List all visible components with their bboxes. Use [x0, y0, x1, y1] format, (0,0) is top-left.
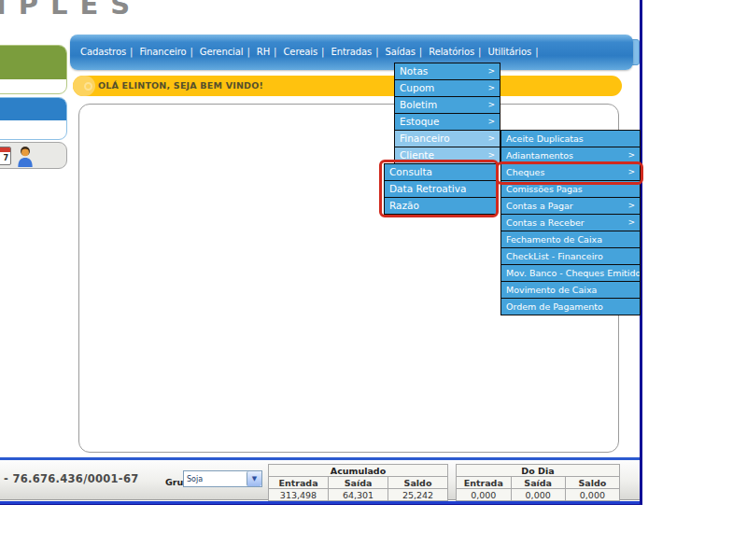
submenu-arrow-icon: >	[487, 114, 495, 130]
dropdown-item-label: Consulta	[389, 164, 432, 180]
submenu-item-checklist-financeiro[interactable]: CheckList - Financeiro	[500, 247, 641, 265]
acumulado-header-saida: Saída	[329, 477, 388, 489]
dropdown-item-estoque[interactable]: Estoque>	[394, 113, 500, 131]
statusbar-bottom-line	[0, 501, 642, 505]
submenu-arrow-icon: >	[487, 147, 495, 163]
submenu-item-fechamento-de-caixa[interactable]: Fechamento de Caixa	[500, 231, 641, 248]
submenu-item-mov-banco-cheques-emitidos[interactable]: Mov. Banco - Cheques Emitidos	[500, 264, 641, 282]
relatorios-dropdown-lower: Consulta Data Retroativa Razão	[384, 163, 497, 215]
dropdown-item-label: Cupom	[400, 80, 434, 96]
calendar-icon-day: 7	[0, 152, 10, 162]
dropdown-item-boletim[interactable]: Boletim>	[394, 96, 500, 114]
dropdown-item-label: Estoque	[400, 114, 439, 130]
submenu-item-label: CheckList - Financeiro	[506, 248, 603, 264]
dropdown-item-notas[interactable]: Notas>	[394, 63, 500, 80]
submenu-arrow-icon: >	[487, 80, 495, 96]
menu-separator: |	[321, 47, 324, 57]
dropdown-item-cupom[interactable]: Cupom>	[394, 79, 500, 97]
acumulado-header-entrada: Entrada	[269, 477, 329, 489]
bullet-ring-icon	[84, 82, 92, 91]
menu-separator: |	[190, 47, 192, 57]
menubar-items: Cadastros| Financeiro| Gerencial| RH| Ce…	[70, 35, 633, 70]
menu-entradas[interactable]: Entradas	[331, 47, 372, 57]
submenu-arrow-icon: >	[627, 198, 635, 214]
submenu-item-contas-a-pagar[interactable]: Contas a Pagar>	[500, 197, 641, 215]
submenu-item-label: Movimento de Caixa	[506, 282, 597, 298]
submenu-item-cheques[interactable]: Cheques>	[500, 163, 641, 181]
menu-separator: |	[247, 47, 249, 57]
sidebar-card-blue	[0, 97, 67, 140]
submenu-arrow-icon: >	[627, 147, 635, 163]
dodia-value-saldo: 0,000	[565, 489, 619, 501]
user-icon[interactable]	[16, 146, 35, 167]
menu-separator: |	[478, 47, 481, 57]
dodia-table: Do Dia Entrada Saída Saldo 0,000 0,000 0…	[456, 464, 620, 501]
submenu-arrow-icon: >	[487, 97, 495, 113]
dodia-header-saldo: Saldo	[565, 477, 619, 489]
submenu-item-aceite-duplicatas[interactable]: Aceite Duplicatas	[500, 130, 641, 147]
dropdown-item-label: Cliente	[400, 147, 434, 163]
menu-saidas[interactable]: Saídas	[386, 47, 416, 57]
submenu-arrow-icon: >	[627, 215, 635, 231]
menubar: Cadastros| Financeiro| Gerencial| RH| Ce…	[70, 35, 633, 70]
dropdown-item-cliente[interactable]: Cliente>	[394, 147, 500, 164]
dropdown-item-label: Boletim	[400, 97, 437, 113]
submenu-item-label: Contas a Pagar	[506, 198, 573, 214]
menu-separator: |	[419, 47, 422, 57]
menu-separator: |	[535, 47, 538, 57]
menu-financeiro[interactable]: Financeiro	[139, 47, 186, 57]
dropdown-item-financeiro[interactable]: Financeiro>	[394, 130, 500, 147]
acumulado-title: Acumulado	[269, 465, 448, 477]
submenu-item-adiantamentos[interactable]: Adiantamentos>	[500, 147, 641, 164]
acumulado-value-saldo: 25,242	[388, 489, 448, 501]
acumulado-value-entrada: 313,498	[269, 489, 329, 501]
group-select[interactable]: Soja ▼	[183, 470, 262, 487]
menu-relatorios[interactable]: Relatórios	[429, 47, 474, 57]
dodia-value-saida: 0,000	[511, 489, 565, 501]
dropdown-item-consulta[interactable]: Consulta	[384, 163, 497, 181]
sidebar-card-blue-header	[0, 98, 66, 120]
menu-utilitarios[interactable]: Utilitários	[487, 47, 531, 57]
submenu-item-movimento-de-caixa[interactable]: Movimento de Caixa	[500, 281, 641, 299]
submenu-item-label: Comissões Pagas	[506, 181, 583, 197]
dropdown-item-label: Notas	[400, 63, 428, 79]
company-document-number: - 76.676.436/0001-67	[4, 472, 139, 485]
acumulado-table: Acumulado Entrada Saída Saldo 313,498 64…	[268, 464, 448, 501]
menu-separator: |	[375, 47, 378, 57]
submenu-item-comissoes-pagas[interactable]: Comissões Pagas	[500, 180, 641, 198]
chevron-down-icon[interactable]: ▼	[247, 471, 261, 486]
menu-cereais[interactable]: Cereais	[283, 47, 317, 57]
dropdown-item-label: Financeiro	[400, 131, 450, 147]
welcome-banner: OLÁ ELINTON, SEJA BEM VINDO!	[73, 76, 622, 96]
submenu-arrow-icon: >	[487, 63, 495, 79]
calendar-icon[interactable]: 7	[0, 147, 11, 165]
dodia-header-saida: Saída	[511, 477, 565, 489]
submenu-item-ordem-de-pagamento[interactable]: Ordem de Pagamento	[500, 298, 641, 315]
acumulado-value-saida: 64,301	[329, 489, 388, 501]
dodia-header-entrada: Entrada	[457, 477, 512, 489]
app-logo: IPLES	[0, 0, 142, 19]
dropdown-item-label: Razão	[389, 198, 419, 214]
dodia-value-entrada: 0,000	[457, 489, 512, 501]
submenu-item-label: Fechamento de Caixa	[506, 231, 602, 247]
dropdown-item-label: Data Retroativa	[389, 181, 466, 197]
submenu-item-contas-a-receber[interactable]: Contas a Receber>	[500, 214, 641, 231]
group-select-value: Soja	[184, 471, 247, 486]
menu-gerencial[interactable]: Gerencial	[200, 47, 244, 57]
submenu-item-label: Cheques	[506, 164, 544, 180]
menu-separator: |	[130, 47, 133, 57]
dropdown-item-data-retroativa[interactable]: Data Retroativa	[384, 180, 497, 198]
dropdown-item-razao[interactable]: Razão	[384, 197, 497, 215]
submenu-item-label: Mov. Banco - Cheques Emitidos	[506, 265, 641, 281]
submenu-item-label: Contas a Receber	[506, 215, 585, 231]
sidebar-card-green	[0, 45, 67, 94]
submenu-arrow-icon: >	[627, 164, 635, 180]
submenu-arrow-icon: >	[487, 131, 495, 147]
menu-cadastros[interactable]: Cadastros	[80, 47, 126, 57]
welcome-message: OLÁ ELINTON, SEJA BEM VINDO!	[98, 76, 263, 96]
submenu-item-label: Ordem de Pagamento	[506, 299, 603, 315]
menu-separator: |	[274, 47, 276, 57]
menu-rh[interactable]: RH	[257, 47, 270, 57]
submenu-item-label: Aceite Duplicatas	[506, 131, 584, 147]
sidebar-icon-panel: 7	[0, 142, 67, 169]
